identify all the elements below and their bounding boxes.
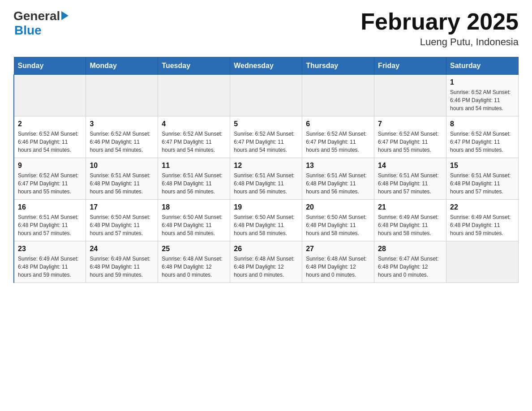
calendar-cell: 16Sunrise: 6:51 AM Sunset: 6:48 PM Dayli… [14,200,86,241]
calendar-cell: 12Sunrise: 6:51 AM Sunset: 6:48 PM Dayli… [230,158,302,200]
day-number: 6 [306,120,370,128]
day-info: Sunrise: 6:50 AM Sunset: 6:48 PM Dayligh… [306,213,370,237]
calendar-cell [446,241,519,283]
weekday-header-thursday: Thursday [302,57,374,75]
day-info: Sunrise: 6:48 AM Sunset: 6:48 PM Dayligh… [234,255,298,279]
calendar-cell: 7Sunrise: 6:52 AM Sunset: 6:47 PM Daylig… [374,116,446,158]
day-info: Sunrise: 6:51 AM Sunset: 6:48 PM Dayligh… [378,171,442,196]
day-info: Sunrise: 6:50 AM Sunset: 6:48 PM Dayligh… [90,213,154,237]
day-number: 21 [378,203,442,211]
logo-blue-text: Blue [14,23,42,37]
logo-general-text: General [13,9,60,23]
day-info: Sunrise: 6:52 AM Sunset: 6:47 PM Dayligh… [450,130,515,154]
day-info: Sunrise: 6:48 AM Sunset: 6:48 PM Dayligh… [306,255,370,279]
calendar-cell: 25Sunrise: 6:48 AM Sunset: 6:48 PM Dayli… [158,241,230,283]
calendar-title: February 2025 [360,9,519,34]
calendar-cell [14,75,86,116]
day-number: 11 [162,162,226,170]
calendar-cell: 23Sunrise: 6:49 AM Sunset: 6:48 PM Dayli… [14,241,86,283]
logo: General Blue [13,9,69,38]
calendar-cell: 13Sunrise: 6:51 AM Sunset: 6:48 PM Dayli… [302,158,374,200]
calendar-cell: 6Sunrise: 6:52 AM Sunset: 6:47 PM Daylig… [302,116,374,158]
day-info: Sunrise: 6:52 AM Sunset: 6:47 PM Dayligh… [306,130,370,154]
day-info: Sunrise: 6:51 AM Sunset: 6:48 PM Dayligh… [90,171,154,196]
day-number: 3 [90,120,154,128]
calendar-week-row: 2Sunrise: 6:52 AM Sunset: 6:46 PM Daylig… [14,116,519,158]
calendar-cell: 21Sunrise: 6:49 AM Sunset: 6:48 PM Dayli… [374,200,446,241]
calendar-cell: 15Sunrise: 6:51 AM Sunset: 6:48 PM Dayli… [446,158,519,200]
day-info: Sunrise: 6:49 AM Sunset: 6:48 PM Dayligh… [18,255,82,279]
day-number: 10 [90,162,154,170]
weekday-header-row: SundayMondayTuesdayWednesdayThursdayFrid… [14,57,519,75]
day-info: Sunrise: 6:48 AM Sunset: 6:48 PM Dayligh… [162,255,226,279]
calendar-cell: 3Sunrise: 6:52 AM Sunset: 6:46 PM Daylig… [86,116,158,158]
calendar-cell: 14Sunrise: 6:51 AM Sunset: 6:48 PM Dayli… [374,158,446,200]
day-number: 27 [306,245,370,253]
calendar-cell: 11Sunrise: 6:51 AM Sunset: 6:48 PM Dayli… [158,158,230,200]
day-number: 13 [306,162,370,170]
calendar-week-row: 1Sunrise: 6:52 AM Sunset: 6:46 PM Daylig… [14,75,519,116]
calendar-cell: 1Sunrise: 6:52 AM Sunset: 6:46 PM Daylig… [446,75,519,116]
day-number: 20 [306,203,370,211]
day-number: 17 [90,203,154,211]
calendar-cell: 8Sunrise: 6:52 AM Sunset: 6:47 PM Daylig… [446,116,519,158]
calendar-cell: 28Sunrise: 6:47 AM Sunset: 6:48 PM Dayli… [374,241,446,283]
day-info: Sunrise: 6:52 AM Sunset: 6:47 PM Dayligh… [18,171,82,196]
page-header: General Blue February 2025 Lueng Putu, I… [13,9,519,48]
calendar-cell: 27Sunrise: 6:48 AM Sunset: 6:48 PM Dayli… [302,241,374,283]
calendar-cell [86,75,158,116]
calendar-cell: 18Sunrise: 6:50 AM Sunset: 6:48 PM Dayli… [158,200,230,241]
day-info: Sunrise: 6:52 AM Sunset: 6:46 PM Dayligh… [450,88,515,112]
day-number: 12 [234,162,298,170]
day-info: Sunrise: 6:47 AM Sunset: 6:48 PM Dayligh… [378,255,442,279]
day-number: 2 [18,120,82,128]
day-info: Sunrise: 6:50 AM Sunset: 6:48 PM Dayligh… [162,213,226,237]
day-number: 25 [162,245,226,253]
calendar-cell [230,75,302,116]
weekday-header-tuesday: Tuesday [158,57,230,75]
calendar-week-row: 23Sunrise: 6:49 AM Sunset: 6:48 PM Dayli… [14,241,519,283]
day-number: 22 [450,203,515,211]
day-number: 16 [18,203,82,211]
day-info: Sunrise: 6:51 AM Sunset: 6:48 PM Dayligh… [18,213,82,237]
weekday-header-wednesday: Wednesday [230,57,302,75]
day-number: 18 [162,203,226,211]
day-info: Sunrise: 6:49 AM Sunset: 6:48 PM Dayligh… [378,213,442,237]
day-number: 28 [378,245,442,253]
calendar-table: SundayMondayTuesdayWednesdayThursdayFrid… [13,57,519,283]
day-number: 23 [18,245,82,253]
day-info: Sunrise: 6:51 AM Sunset: 6:48 PM Dayligh… [450,171,515,196]
calendar-cell: 24Sunrise: 6:49 AM Sunset: 6:48 PM Dayli… [86,241,158,283]
day-info: Sunrise: 6:49 AM Sunset: 6:48 PM Dayligh… [450,213,515,237]
day-info: Sunrise: 6:51 AM Sunset: 6:48 PM Dayligh… [306,171,370,196]
calendar-week-row: 9Sunrise: 6:52 AM Sunset: 6:47 PM Daylig… [14,158,519,200]
calendar-cell: 26Sunrise: 6:48 AM Sunset: 6:48 PM Dayli… [230,241,302,283]
calendar-cell [302,75,374,116]
day-info: Sunrise: 6:49 AM Sunset: 6:48 PM Dayligh… [90,255,154,279]
day-info: Sunrise: 6:51 AM Sunset: 6:48 PM Dayligh… [162,171,226,196]
weekday-header-saturday: Saturday [446,57,519,75]
day-number: 8 [450,120,515,128]
title-section: February 2025 Lueng Putu, Indonesia [360,9,519,48]
calendar-cell: 17Sunrise: 6:50 AM Sunset: 6:48 PM Dayli… [86,200,158,241]
day-number: 19 [234,203,298,211]
day-number: 1 [450,78,515,86]
day-info: Sunrise: 6:52 AM Sunset: 6:47 PM Dayligh… [162,130,226,154]
day-number: 9 [18,162,82,170]
weekday-header-friday: Friday [374,57,446,75]
calendar-cell: 5Sunrise: 6:52 AM Sunset: 6:47 PM Daylig… [230,116,302,158]
weekday-header-sunday: Sunday [14,57,86,75]
calendar-cell: 22Sunrise: 6:49 AM Sunset: 6:48 PM Dayli… [446,200,519,241]
weekday-header-monday: Monday [86,57,158,75]
day-info: Sunrise: 6:52 AM Sunset: 6:47 PM Dayligh… [234,130,298,154]
day-info: Sunrise: 6:52 AM Sunset: 6:46 PM Dayligh… [90,130,154,154]
calendar-cell [374,75,446,116]
calendar-cell: 4Sunrise: 6:52 AM Sunset: 6:47 PM Daylig… [158,116,230,158]
day-number: 7 [378,120,442,128]
day-number: 5 [234,120,298,128]
day-number: 4 [162,120,226,128]
logo-arrow-icon [61,11,69,20]
day-number: 15 [450,162,515,170]
calendar-cell: 9Sunrise: 6:52 AM Sunset: 6:47 PM Daylig… [14,158,86,200]
day-number: 26 [234,245,298,253]
